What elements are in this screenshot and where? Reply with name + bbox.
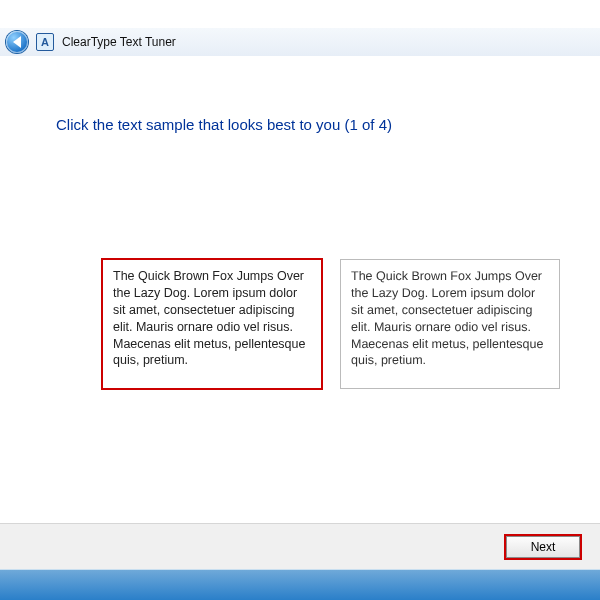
next-button[interactable]: Next [506, 536, 580, 558]
back-button[interactable] [6, 31, 28, 53]
wizard-content: Click the text sample that looks best to… [0, 56, 600, 570]
title-bar: A ClearType Text Tuner [0, 28, 600, 57]
app-icon: A [36, 33, 54, 51]
text-sample-row: The Quick Brown Fox Jumps Over the Lazy … [32, 259, 568, 389]
aero-bottom-strip [0, 569, 600, 600]
window-title: ClearType Text Tuner [62, 35, 176, 49]
wizard-footer: Next [0, 523, 600, 570]
window-root: A ClearType Text Tuner Click the text sa… [0, 0, 600, 600]
page-heading: Click the text sample that looks best to… [56, 116, 568, 133]
text-sample-2[interactable]: The Quick Brown Fox Jumps Over the Lazy … [340, 259, 560, 389]
text-sample-1[interactable]: The Quick Brown Fox Jumps Over the Lazy … [102, 259, 322, 389]
